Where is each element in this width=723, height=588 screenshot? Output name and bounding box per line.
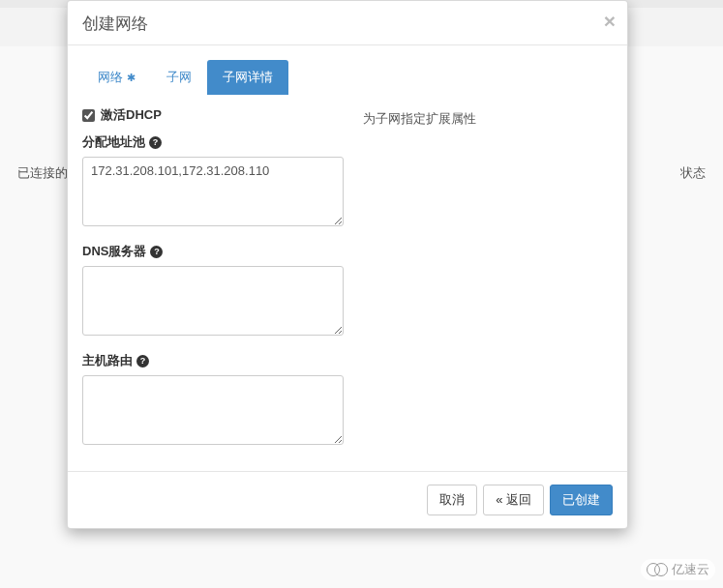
host-routes-label: 主机路由 — [82, 352, 133, 369]
tab-subnet-details[interactable]: 子网详情 — [207, 60, 288, 95]
dhcp-checkbox[interactable] — [82, 109, 95, 122]
tab-network[interactable]: 网络 ✱ — [82, 60, 151, 95]
submit-button[interactable]: 已创建 — [550, 485, 613, 515]
tab-label: 子网详情 — [223, 69, 273, 86]
watermark: 亿速云 — [641, 559, 715, 580]
allocation-pool-label: 分配地址池 — [82, 133, 145, 151]
close-icon[interactable]: × — [604, 11, 616, 31]
tab-subnet[interactable]: 子网 — [151, 60, 207, 95]
create-network-modal: 创建网络 × 网络 ✱ 子网 子网详情 激活DHCP — [67, 0, 628, 529]
modal-footer: 取消 « 返回 已创建 — [68, 471, 627, 528]
help-text: 为子网指定扩展属性 — [363, 110, 613, 128]
help-icon[interactable]: ? — [150, 246, 163, 258]
tabs: 网络 ✱ 子网 子网详情 — [82, 60, 613, 95]
dns-servers-group: DNS服务器 ? — [82, 243, 344, 338]
required-icon: ✱ — [127, 72, 136, 84]
dhcp-label: 激活DHCP — [101, 106, 162, 124]
allocation-pool-input[interactable] — [82, 157, 344, 226]
dhcp-checkbox-row[interactable]: 激活DHCP — [82, 106, 344, 124]
host-routes-input[interactable] — [82, 375, 344, 445]
help-icon[interactable]: ? — [149, 136, 162, 149]
allocation-pool-group: 分配地址池 ? — [82, 133, 344, 229]
modal-body: 网络 ✱ 子网 子网详情 激活DHCP 分配地址池 ? — [68, 45, 627, 471]
modal-title: 创建网络 — [82, 13, 613, 35]
tab-label: 网络 — [98, 69, 123, 86]
bg-right-label: 状态 — [680, 164, 706, 182]
tab-label: 子网 — [166, 69, 192, 86]
dns-servers-label: DNS服务器 — [82, 243, 146, 260]
back-button[interactable]: « 返回 — [483, 485, 544, 515]
watermark-icon — [647, 563, 668, 576]
watermark-text: 亿速云 — [672, 561, 709, 578]
cancel-button[interactable]: 取消 — [427, 485, 477, 515]
bg-left-label: 已连接的 — [17, 164, 68, 182]
host-routes-group: 主机路由 ? — [82, 352, 344, 448]
help-icon[interactable]: ? — [136, 355, 149, 368]
modal-header: 创建网络 × — [68, 1, 627, 45]
dns-servers-input[interactable] — [82, 266, 344, 336]
